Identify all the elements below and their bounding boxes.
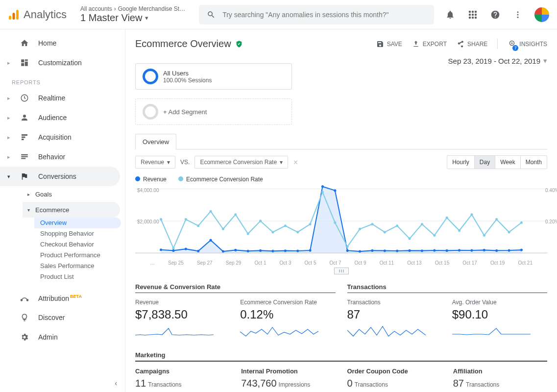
y-axis-right-tick: 0.20% [545, 219, 557, 224]
gran-hourly[interactable]: Hourly [447, 156, 474, 169]
metric-transactions[interactable]: Transactions 87 [347, 299, 442, 340]
svg-point-47 [483, 249, 485, 251]
sidebar-link-shopping-behavior[interactable]: Shopping Behavior [40, 228, 125, 239]
apps-icon[interactable] [467, 9, 479, 21]
collapse-sidebar-button[interactable]: ‹ [115, 379, 117, 387]
svg-point-49 [508, 249, 510, 251]
chevron-down-icon: ▾ [167, 159, 170, 166]
svg-point-13 [517, 14, 519, 15]
sparkline [135, 324, 214, 338]
svg-point-50 [520, 249, 523, 251]
x-axis-tick: Oct 17 [462, 260, 477, 266]
x-axis-tick: Sep 25 [168, 260, 184, 266]
sidebar-subitem-goals[interactable]: ▸Goals [27, 186, 125, 202]
dashboard-icon [20, 58, 29, 68]
main-chart[interactable]: $4,000.00 $2,000.00 0.40% 0.20% [135, 185, 547, 258]
search-box[interactable] [199, 5, 434, 24]
sidebar-item-realtime[interactable]: ▸ Realtime [0, 88, 125, 108]
save-button[interactable]: SAVE [376, 40, 402, 48]
sparkline [240, 324, 318, 338]
metric-avg-order-value[interactable]: Avg. Order Value $90.10 [452, 299, 547, 340]
svg-point-61 [284, 224, 287, 227]
svg-point-16 [21, 299, 23, 301]
mk-unit: Transactions [355, 381, 388, 388]
chart-resize-handle[interactable] [334, 268, 349, 274]
segment-circle-icon [143, 104, 158, 120]
marketing-card-internal-promotion[interactable]: Internal Promotion 743,760Impressions [241, 368, 335, 392]
tab-overview[interactable]: Overview [135, 134, 176, 149]
marketing-card-affiliation[interactable]: Affiliation 87Transactions $7,838.50Reve… [453, 368, 547, 392]
sidebar-item-label: Home [38, 39, 56, 47]
svg-point-12 [517, 11, 519, 13]
svg-point-73 [433, 234, 436, 237]
save-icon [376, 40, 384, 48]
sparkline [347, 324, 426, 338]
marketing-card-order-coupon[interactable]: Order Coupon Code 0Transactions $0.00Rev… [347, 368, 441, 392]
sidebar-item-admin[interactable]: Admin [0, 327, 125, 347]
sidebar-link-product-list[interactable]: Product List [40, 271, 125, 282]
sidebar-item-discover[interactable]: Discover [0, 308, 125, 327]
svg-point-60 [271, 231, 274, 233]
y-axis-left-tick: $4,000.00 [137, 188, 159, 193]
sidebar-item-conversions[interactable]: ▾ Conversions [0, 167, 120, 186]
svg-point-39 [384, 249, 386, 252]
sidebar-subitem-ecommerce[interactable]: ▾Ecommerce [23, 202, 120, 218]
metric-revenue[interactable]: Revenue $7,838.50 [135, 299, 230, 340]
avatar[interactable] [534, 7, 549, 22]
svg-point-26 [222, 250, 224, 252]
sidebar-item-attribution[interactable]: AttributionBETA [0, 288, 125, 308]
gran-day[interactable]: Day [474, 156, 495, 169]
share-button[interactable]: SHARE [457, 40, 487, 48]
segment-circle-icon [143, 69, 158, 84]
svg-point-59 [259, 220, 262, 222]
svg-point-4 [472, 10, 474, 13]
export-button[interactable]: EXPORT [412, 40, 447, 48]
gran-week[interactable]: Week [495, 156, 520, 169]
svg-point-9 [469, 16, 471, 19]
sidebar-item-audience[interactable]: ▸ Audience [0, 108, 125, 127]
sidebar-item-label: Admin [38, 333, 58, 341]
metric-conversion-rate[interactable]: Ecommerce Conversion Rate 0.12% [240, 299, 335, 340]
sidebar-item-customization[interactable]: ▸ Customization [0, 53, 125, 73]
svg-point-35 [334, 189, 336, 192]
sidebar-item-home[interactable]: Home [0, 33, 125, 53]
sidebar-item-acquisition[interactable]: ▸ Acquisition [0, 127, 125, 147]
insights-icon: 7 [508, 39, 516, 49]
gran-month[interactable]: Month [520, 156, 547, 169]
x-axis-tick: Oct 19 [490, 260, 505, 266]
analytics-logo-icon [8, 9, 20, 21]
metric-select-1[interactable]: Revenue ▾ [135, 156, 175, 169]
sidebar-link-overview[interactable]: Overview [34, 218, 121, 228]
segment-all-users[interactable]: All Users 100.00% Sessions [135, 63, 292, 90]
app-logo[interactable]: Analytics [8, 8, 67, 21]
action-label: SHARE [467, 41, 487, 48]
date-range-picker[interactable]: Sep 23, 2019 - Oct 22, 2019 ▾ [448, 56, 547, 65]
marketing-card-campaigns[interactable]: Campaigns 11Transactions $431.75Revenue [135, 368, 229, 392]
mk-value: 743,760 [241, 378, 276, 389]
add-segment-button[interactable]: + Add Segment [135, 98, 292, 125]
sidebar-link-checkout-behavior[interactable]: Checkout Behavior [40, 239, 125, 250]
sidebar-link-product-performance[interactable]: Product Performance [40, 250, 125, 261]
sidebar-item-behavior[interactable]: ▸ Behavior [0, 147, 125, 167]
svg-point-5 [475, 10, 477, 13]
svg-point-62 [296, 231, 299, 233]
legend-revenue: Revenue [135, 176, 167, 183]
vs-label: VS. [180, 159, 190, 166]
svg-rect-1 [13, 13, 15, 20]
clear-metric-button[interactable]: ✕ [293, 159, 298, 166]
metric-label: Transactions [347, 299, 442, 306]
view-selector[interactable]: All accounts › Google Merchandise St… 1 … [80, 5, 185, 24]
help-icon[interactable] [489, 9, 501, 21]
svg-point-33 [309, 249, 312, 251]
x-axis-tick: Oct 15 [435, 260, 449, 266]
svg-point-58 [247, 233, 249, 235]
insights-button[interactable]: 7 INSIGHTS [497, 39, 547, 49]
export-icon [412, 40, 420, 48]
breadcrumb: All accounts › Google Merchandise St… [80, 5, 185, 12]
svg-point-78 [495, 218, 498, 220]
metric-select-2[interactable]: Ecommerce Conversion Rate ▾ [194, 156, 288, 169]
search-input[interactable] [222, 11, 426, 19]
notifications-icon[interactable] [444, 9, 456, 21]
sidebar-link-sales-performance[interactable]: Sales Performance [40, 261, 125, 271]
more-vert-icon[interactable] [512, 9, 524, 21]
